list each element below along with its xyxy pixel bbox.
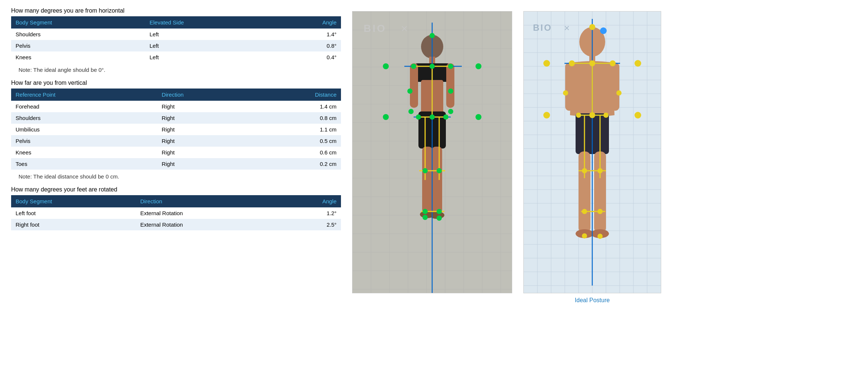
cell-reference: Knees	[11, 147, 157, 158]
cell-elevated: Left	[145, 51, 273, 63]
svg-rect-104	[565, 63, 573, 111]
svg-point-67	[423, 215, 428, 220]
svg-point-139	[597, 234, 603, 239]
col-body-segment: Body Segment	[11, 195, 136, 207]
svg-text:BIO: BIO	[533, 23, 552, 33]
cell-angle: 1.4°	[273, 29, 341, 40]
table-row: Shoulders Left 1.4°	[11, 29, 341, 40]
col-direction: Direction	[157, 89, 249, 101]
svg-point-135	[543, 60, 550, 67]
svg-point-64	[476, 114, 481, 120]
svg-point-120	[589, 24, 595, 30]
cell-reference: Pelvis	[11, 135, 157, 147]
svg-point-131	[582, 209, 587, 214]
posture-photo: BIO ✕	[352, 11, 512, 293]
table-row: Shoulders Right 0.8 cm	[11, 112, 341, 124]
svg-point-52	[407, 89, 413, 94]
section3-table: Body Segment Direction Angle Left foot E…	[11, 195, 341, 230]
cell-distance: 1.4 cm	[249, 101, 341, 112]
svg-point-138	[582, 233, 587, 238]
svg-point-127	[576, 113, 581, 118]
cell-direction: Right	[157, 124, 249, 135]
col-segment: Body Segment	[11, 16, 145, 29]
svg-point-58	[443, 114, 448, 120]
table-row: Knees Right 0.6 cm	[11, 147, 341, 158]
svg-rect-31	[446, 63, 454, 108]
svg-point-65	[383, 63, 389, 69]
svg-point-68	[437, 216, 442, 221]
table-row: Pelvis Right 0.5 cm	[11, 135, 341, 147]
svg-text:✕: ✕	[564, 24, 570, 32]
table-row: Toes Right 0.2 cm	[11, 158, 341, 170]
cell-reference: Umbilicus	[11, 124, 157, 135]
model-svg: BIO ✕	[524, 11, 661, 293]
svg-rect-30	[410, 63, 418, 108]
cell-direction: Right	[157, 158, 249, 170]
svg-point-55	[448, 109, 453, 114]
cell-direction: Right	[157, 112, 249, 124]
cell-segment: Knees	[11, 51, 145, 63]
cell-reference: Toes	[11, 158, 157, 170]
cell-distance: 0.2 cm	[249, 158, 341, 170]
cell-reference: Forehead	[11, 101, 157, 112]
svg-point-60	[437, 168, 442, 173]
cell-angle: 0.8°	[273, 40, 341, 51]
cell-segment: Shoulders	[11, 29, 145, 40]
col-angle2: Angle	[278, 195, 341, 207]
svg-point-50	[448, 64, 453, 69]
cell-body-segment: Left foot	[11, 207, 136, 219]
right-panel: BIO ✕	[352, 7, 857, 370]
svg-point-49	[411, 64, 416, 69]
ideal-posture-label: Ideal Posture	[575, 297, 610, 304]
svg-rect-34	[422, 147, 433, 213]
svg-point-48	[430, 33, 435, 38]
table-row: Knees Left 0.4°	[11, 51, 341, 63]
svg-point-133	[543, 112, 550, 119]
svg-point-57	[416, 114, 421, 120]
photo-svg: BIO ✕	[352, 11, 512, 293]
cell-distance: 0.5 cm	[249, 135, 341, 147]
cell-angle: 0.4°	[273, 51, 341, 63]
table-row: Umbilicus Right 1.1 cm	[11, 124, 341, 135]
left-panel: How many degrees you are from horizontal…	[11, 7, 352, 370]
col-reference: Reference Point	[11, 89, 157, 101]
svg-point-124	[563, 90, 568, 96]
svg-point-134	[635, 112, 641, 119]
svg-point-63	[383, 114, 389, 120]
cell-body-segment: Right foot	[11, 219, 136, 230]
cell-distance: 1.1 cm	[249, 124, 341, 135]
table-row: Forehead Right 1.4 cm	[11, 101, 341, 112]
cell-direction: Right	[157, 135, 249, 147]
photo-container: BIO ✕	[352, 11, 512, 293]
cell-distance: 0.6 cm	[249, 147, 341, 158]
svg-text:✕: ✕	[401, 24, 408, 34]
cell-direction2: External Rotation	[136, 219, 277, 230]
svg-point-59	[423, 168, 428, 173]
cell-elevated: Left	[145, 29, 273, 40]
svg-point-123	[589, 60, 595, 66]
svg-point-125	[616, 90, 622, 96]
section1-table: Body Segment Elevated Side Angle Shoulde…	[11, 16, 341, 63]
cell-elevated: Left	[145, 40, 273, 51]
svg-point-62	[437, 209, 442, 214]
cell-segment: Pelvis	[11, 40, 145, 51]
svg-text:BIO: BIO	[364, 23, 387, 34]
col-elevated: Elevated Side	[145, 16, 273, 29]
svg-rect-105	[611, 63, 619, 111]
cell-direction: Right	[157, 101, 249, 112]
table-row: Right foot External Rotation 2.5°	[11, 219, 341, 230]
section2-table: Reference Point Direction Distance Foreh…	[11, 89, 341, 170]
col-angle: Angle	[273, 16, 341, 29]
svg-point-132	[597, 209, 603, 214]
section2-note: Note: The ideal distance should be 0 cm.	[19, 173, 341, 180]
svg-point-129	[582, 168, 587, 173]
svg-point-122	[610, 60, 616, 66]
table-row: Pelvis Left 0.8°	[11, 40, 341, 51]
svg-point-126	[589, 112, 595, 118]
svg-point-53	[448, 89, 453, 94]
svg-point-51	[430, 64, 435, 69]
model-container: BIO ✕	[523, 11, 661, 293]
cell-distance: 0.8 cm	[249, 112, 341, 124]
col-direction2: Direction	[136, 195, 277, 207]
section3-heading: How many degrees your feet are rotated	[11, 186, 341, 193]
